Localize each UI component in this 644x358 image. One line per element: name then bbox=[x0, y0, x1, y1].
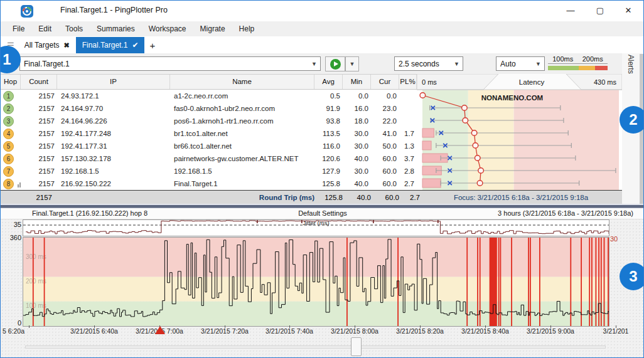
summary-cur: 60.0 bbox=[371, 191, 399, 204]
callout-2: 2 bbox=[620, 106, 644, 134]
graph-header-0ms: 0 ms bbox=[422, 78, 437, 86]
target-dropdown-icon[interactable]: ▼ bbox=[311, 61, 320, 67]
menu-item-edit[interactable]: Edit bbox=[31, 22, 58, 36]
interval-value: 2.5 seconds bbox=[399, 60, 439, 68]
round-trip-summary-row: 2157 Round Trip (ms) 125.8 40.0 60.0 2.7… bbox=[1, 190, 622, 204]
hop-number-badge: 4 bbox=[3, 129, 14, 139]
new-tab-button[interactable]: + bbox=[144, 40, 161, 53]
hop-table-body: 1215724.93.172.1a1-2c.neo.rr.com0.50.00.… bbox=[1, 90, 417, 190]
hop-row-7[interactable]: 72157192.168.1.5192.168.1.5127.930.060.0… bbox=[1, 165, 417, 177]
tab-bar: ☰ All Targets ✖ Final.Target.1 ✔ + bbox=[1, 36, 643, 54]
target-input[interactable]: Final.Target.1 ▼ bbox=[19, 56, 321, 71]
menu-item-file[interactable]: File bbox=[6, 22, 31, 36]
packet-loss-bar bbox=[422, 129, 434, 137]
title-bar[interactable]: Final.Target.1 - PingPlotter Pro — ▢ ✕ bbox=[1, 1, 643, 21]
hop-table-header: HopCountIPNameAvgMinCurPL% bbox=[1, 74, 417, 90]
menu-item-tools[interactable]: Tools bbox=[58, 22, 90, 36]
packet-loss-event bbox=[397, 238, 399, 326]
hop-row-6[interactable]: 62157157.130.32.178pairnetworks-gw.custo… bbox=[1, 152, 417, 165]
hop-row-5[interactable]: 52157192.41.177.31br66.tco1.alter.net116… bbox=[1, 140, 417, 152]
avg-latency-point bbox=[475, 155, 480, 161]
zone-label: 200 ms bbox=[26, 278, 46, 285]
packet-loss-event bbox=[477, 238, 478, 326]
close-button[interactable]: ✕ bbox=[618, 2, 639, 19]
tab-all-targets[interactable]: All Targets ✖ bbox=[18, 37, 76, 53]
hop-ip: 216.92.150.222 bbox=[57, 177, 170, 190]
hop-pl: 1.3 bbox=[399, 140, 417, 152]
packet-loss-event bbox=[44, 238, 45, 326]
jitter-y-axis-label: 35 bbox=[12, 221, 21, 228]
hop-avg: 91.9 bbox=[314, 102, 343, 115]
jitter-chart[interactable]: Jitter (ms) bbox=[23, 219, 609, 236]
hop-row-3[interactable]: 3215724.164.96.226pos6-1.akrnoh1-rtr1.ne… bbox=[1, 115, 417, 127]
callout-3-number: 3 bbox=[629, 268, 637, 285]
callout-1-number: 1 bbox=[3, 51, 11, 68]
graph-header-430ms: 430 ms bbox=[594, 78, 617, 86]
latency-legend-labels: 100ms 200ms bbox=[548, 55, 608, 64]
timeline-slider-track[interactable] bbox=[25, 345, 606, 349]
hop-ip: 192.168.1.5 bbox=[57, 165, 170, 177]
hop-cur: 60.0 bbox=[371, 165, 399, 177]
latency-timeline-chart[interactable]: 300 ms200 ms100 ms bbox=[23, 237, 609, 327]
start-options-dropdown[interactable]: ▼ bbox=[345, 56, 359, 71]
focus-start-marker[interactable] bbox=[155, 326, 165, 334]
timeline-range-label: 3 hours (3/21/2015 6:18a - 3/21/2015 9:1… bbox=[498, 209, 633, 217]
hop-avg: 93.8 bbox=[314, 115, 343, 127]
focus-select[interactable]: Auto ▼ bbox=[496, 56, 545, 71]
hop-number-badge: 3 bbox=[3, 116, 14, 127]
packet-loss-bar bbox=[422, 179, 441, 187]
summary-min: 40.0 bbox=[343, 191, 371, 204]
time-axis-label: 3/21/2015 7:20a bbox=[201, 327, 249, 335]
hop-count: 2157 bbox=[21, 152, 57, 165]
hop-latency-graph[interactable]: 0 msLatency430 msNONAMENO.COM bbox=[417, 74, 622, 190]
column-header-ip[interactable]: IP bbox=[57, 75, 170, 89]
latency-right-axis-label: 30 bbox=[610, 235, 618, 243]
tab-final-target-1[interactable]: Final.Target.1 ✔ bbox=[76, 37, 145, 53]
column-header-pl[interactable]: PL% bbox=[399, 75, 417, 89]
hop-row-8[interactable]: 82157216.92.150.222Final.Target.1125.840… bbox=[1, 177, 417, 190]
avg-latency-point bbox=[477, 181, 483, 186]
play-icon bbox=[330, 59, 341, 70]
column-header-hop[interactable]: Hop bbox=[1, 75, 21, 89]
menu-item-summaries[interactable]: Summaries bbox=[90, 22, 142, 36]
hop-avg: 125.8 bbox=[314, 177, 343, 190]
menu-item-migrate[interactable]: Migrate bbox=[193, 22, 232, 36]
hop-name: 192.168.1.5 bbox=[170, 165, 314, 177]
hop-pl: 2.8 bbox=[399, 165, 417, 177]
callout-3: 3 bbox=[620, 263, 644, 290]
hop-min: 40.0 bbox=[343, 177, 371, 190]
menu-item-workspace[interactable]: Workspace bbox=[142, 22, 193, 36]
hop-cur: 22.0 bbox=[371, 115, 399, 127]
column-header-cur[interactable]: Cur bbox=[371, 75, 399, 89]
column-header-name[interactable]: Name bbox=[170, 75, 314, 89]
hop-count: 2157 bbox=[21, 90, 57, 102]
column-header-count[interactable]: Count bbox=[21, 75, 57, 89]
interval-select[interactable]: 2.5 seconds ▼ bbox=[394, 56, 463, 71]
timeline-slider-handle[interactable] bbox=[351, 337, 362, 356]
column-header-min[interactable]: Min bbox=[343, 75, 371, 89]
hop-ip: 24.164.97.70 bbox=[57, 102, 170, 115]
hop-name: pos6-1.akrnoh1-rtr1.neo.rr.com bbox=[170, 115, 314, 127]
hop-cur: 23.0 bbox=[371, 102, 399, 115]
pingplotter-window: Final.Target.1 - PingPlotter Pro — ▢ ✕ F… bbox=[0, 0, 644, 358]
legend-200ms-label: 200ms bbox=[582, 55, 603, 63]
menu-item-help[interactable]: Help bbox=[232, 22, 262, 36]
maximize-button[interactable]: ▢ bbox=[589, 2, 611, 19]
hop-ip: 24.93.172.1 bbox=[57, 90, 170, 102]
tab-all-targets-label: All Targets bbox=[24, 41, 60, 50]
time-axis-label: 3/21/2015 8:00a bbox=[331, 327, 378, 335]
legend-100ms-label: 100ms bbox=[552, 55, 573, 63]
alerts-tab[interactable]: Alerts bbox=[626, 55, 635, 74]
zone-label: 100 ms bbox=[26, 302, 46, 309]
hop-row-2[interactable]: 2215724.164.97.70fas0-0.akrnoh1-ubr2.neo… bbox=[1, 102, 417, 115]
pane-splitter[interactable] bbox=[1, 204, 643, 208]
tab-close-icon[interactable]: ✖ bbox=[63, 41, 69, 50]
hop-name: pairnetworks-gw.customer.ALTER.NET bbox=[170, 152, 314, 165]
minimize-button[interactable]: — bbox=[560, 2, 581, 19]
column-header-avg[interactable]: Avg bbox=[314, 75, 343, 89]
hop-row-1[interactable]: 1215724.93.172.1a1-2c.neo.rr.com0.50.00.… bbox=[1, 90, 417, 102]
time-axis-label: 3/21/2015 7:40a bbox=[266, 327, 313, 335]
hop-name: br1.tco1.alter.net bbox=[170, 127, 314, 140]
hop-row-4[interactable]: 42157192.41.177.248br1.tco1.alter.net113… bbox=[1, 127, 417, 140]
start-trace-button[interactable] bbox=[325, 56, 345, 71]
